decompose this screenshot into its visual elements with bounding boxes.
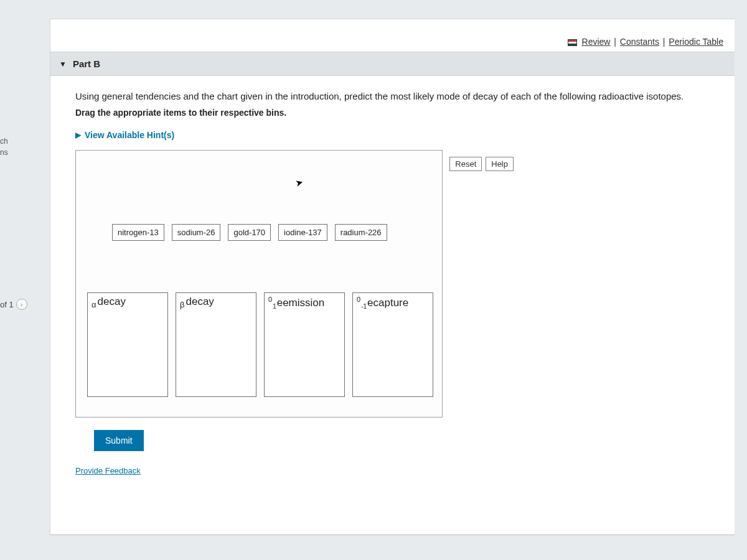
- drag-item-radium-226[interactable]: radium-226: [335, 224, 387, 241]
- drag-item-gold-170[interactable]: gold-170: [228, 224, 271, 241]
- instruction-sub: Drag the appropriate items to their resp…: [75, 108, 710, 118]
- link-separator: |: [614, 37, 616, 47]
- reset-button[interactable]: Reset: [449, 157, 482, 171]
- bin-positron-emission[interactable]: 01eemission: [264, 292, 345, 397]
- help-button[interactable]: Help: [486, 157, 514, 171]
- bin-label: βdecay: [180, 296, 214, 309]
- pager-label: of 1: [0, 300, 14, 309]
- drop-bins: αdecay βdecay 01eemission: [87, 292, 433, 397]
- pager-next-icon[interactable]: ›: [16, 299, 27, 310]
- content-panel: Review | Constants | Periodic Table ▼ Pa…: [50, 19, 735, 535]
- sidebar-fragment-2: ns: [0, 148, 8, 157]
- caret-down-icon: ▼: [59, 60, 67, 68]
- link-separator: |: [663, 37, 665, 47]
- workspace-controls: Reset Help: [449, 157, 514, 171]
- top-links: Review | Constants | Periodic Table: [568, 37, 723, 47]
- provide-feedback-link[interactable]: Provide Feedback: [75, 466, 710, 475]
- hints-toggle[interactable]: ▶ View Available Hint(s): [75, 130, 174, 140]
- bin-electron-capture[interactable]: 0-1ecapture: [352, 292, 433, 397]
- bin-beta-decay[interactable]: βdecay: [176, 292, 256, 397]
- cursor-icon: ➤: [294, 175, 304, 189]
- constants-link[interactable]: Constants: [620, 37, 659, 47]
- flag-icon[interactable]: [568, 39, 577, 46]
- body-area: Using general tendencies and the chart g…: [50, 76, 735, 482]
- drag-workspace: Reset Help ➤ nitrogen-13 sodium-26 gold-…: [75, 150, 443, 418]
- triangle-right-icon: ▶: [75, 131, 81, 139]
- pager: of 1 ›: [0, 299, 27, 310]
- bin-alpha-decay[interactable]: αdecay: [87, 292, 168, 397]
- drag-item-sodium-26[interactable]: sodium-26: [172, 224, 221, 241]
- drag-item-iodine-137[interactable]: iodine-137: [278, 224, 327, 241]
- part-header[interactable]: ▼ Part B: [50, 52, 735, 76]
- review-link[interactable]: Review: [582, 37, 611, 47]
- submit-button[interactable]: Submit: [94, 430, 144, 451]
- instruction-main: Using general tendencies and the chart g…: [75, 90, 710, 104]
- drag-items: nitrogen-13 sodium-26 gold-170 iodine-13…: [112, 224, 387, 241]
- bin-label: 0-1ecapture: [357, 296, 408, 310]
- bin-label: 01eemission: [268, 296, 324, 310]
- sidebar-fragment-1: ch: [0, 137, 8, 146]
- hints-label: View Available Hint(s): [85, 130, 174, 140]
- periodic-table-link[interactable]: Periodic Table: [669, 37, 723, 47]
- drag-item-nitrogen-13[interactable]: nitrogen-13: [112, 224, 164, 241]
- bin-label: αdecay: [92, 296, 126, 309]
- part-title: Part B: [73, 58, 100, 69]
